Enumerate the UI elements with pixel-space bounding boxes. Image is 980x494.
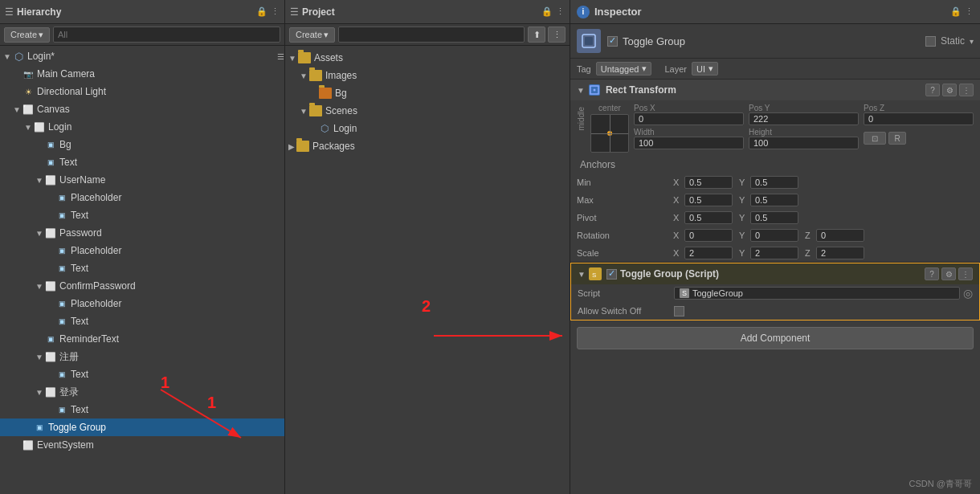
max-y-field[interactable]: 0.5: [750, 194, 798, 206]
script-target-icon[interactable]: ◎: [963, 287, 973, 300]
min-y-field[interactable]: 0.5: [750, 176, 798, 189]
hierarchy-item-text5[interactable]: ▣ Text: [0, 365, 284, 383]
project-create-button[interactable]: Create ▾: [289, 27, 335, 43]
hierarchy-item-toggle-group[interactable]: ▣ Toggle Group: [0, 418, 284, 436]
tg-help-btn[interactable]: ?: [925, 267, 939, 280]
hierarchy-create-button[interactable]: Create ▾: [4, 27, 50, 43]
rt-blueprint-btn[interactable]: ⊡: [864, 132, 886, 145]
hierarchy-item-main-camera[interactable]: 📷 Main Camera: [0, 65, 284, 83]
hierarchy-item-confirm-password[interactable]: ⬜ ConfirmPassword: [0, 277, 284, 295]
scene-login[interactable]: ▶ ⬡ Login: [285, 120, 570, 137]
tg-active-checkbox[interactable]: [606, 269, 617, 280]
project-more-icon[interactable]: ⋮: [556, 6, 565, 17]
static-checkbox[interactable]: [925, 36, 936, 47]
hierarchy-item-login[interactable]: ⬜ Login: [0, 118, 284, 136]
project-icon-btn-2[interactable]: ⋮: [548, 27, 566, 43]
pivot-values: X 0.5 Y 0.5: [673, 211, 974, 224]
more-icon[interactable]: ⋮: [271, 6, 280, 17]
rot-x-field[interactable]: 0: [684, 229, 733, 242]
inspector-lock-icon[interactable]: 🔒: [950, 6, 962, 17]
layer-dropdown[interactable]: UI ▾: [692, 62, 718, 76]
hierarchy-item-denglu[interactable]: ⬜ 登录: [0, 383, 284, 401]
triangle-denglu: [35, 388, 43, 396]
script-label: Script: [578, 288, 674, 298]
folder-images[interactable]: ▼ Images: [285, 67, 570, 84]
max-x-axis: X: [673, 195, 683, 205]
project-toolbar: Create ▾ ⬆ ⋮: [285, 24, 570, 46]
hierarchy-item-text6[interactable]: ▣ Text: [0, 401, 284, 418]
scale-x-field[interactable]: 2: [684, 247, 733, 259]
folder-scenes[interactable]: ▼ Scenes: [285, 102, 570, 120]
center-label: center: [598, 104, 621, 112]
hierarchy-item-login-root[interactable]: ⬡ Login* ☰: [0, 47, 284, 65]
max-x-field[interactable]: 0.5: [684, 194, 733, 206]
rt-help-btn[interactable]: ?: [925, 84, 940, 96]
scene-icon-login: ⬡: [13, 51, 24, 62]
toggle-group-script-header[interactable]: ▼ S Toggle Group (Script) ? ⚙ ⋮: [571, 263, 979, 284]
scale-z-field[interactable]: 2: [816, 247, 864, 259]
rot-z-axis: Z: [805, 231, 815, 240]
go-icon: [577, 29, 601, 53]
hierarchy-item-zhuce[interactable]: ⬜ 注册: [0, 348, 284, 365]
pivot-x-field[interactable]: 0.5: [684, 211, 733, 224]
hierarchy-item-dir-light[interactable]: ☀ Directional Light: [0, 83, 284, 100]
add-component-button[interactable]: Add Component: [577, 327, 974, 349]
pos-x-field[interactable]: 0: [634, 112, 744, 125]
script-value-field[interactable]: S ToggleGroup: [674, 287, 960, 300]
rot-y-field[interactable]: 0: [750, 229, 798, 242]
project-search-input[interactable]: [338, 27, 525, 43]
folder-label-scenes: Scenes: [325, 105, 357, 116]
hierarchy-item-text1[interactable]: ▣ Text: [0, 153, 284, 171]
go-active-checkbox[interactable]: [607, 36, 618, 47]
folder-packages[interactable]: ▶ Packages: [285, 137, 570, 155]
pos-y-field[interactable]: 222: [749, 112, 859, 125]
pos-z-field[interactable]: 0: [864, 112, 974, 125]
hierarchy-item-text2[interactable]: ▣ Text: [0, 206, 284, 224]
rt-fields: Pos X 0 Pos Y 222 Pos Z 0: [634, 104, 974, 153]
rt-main-row: middle center Pos X: [570, 100, 980, 156]
hierarchy-item-event-system[interactable]: ⬜ EventSystem: [0, 436, 284, 454]
hierarchy-item-placeholder2[interactable]: ▣ Placeholder: [0, 242, 284, 259]
max-y-axis: Y: [739, 195, 749, 205]
triangle-username: [35, 176, 43, 184]
tag-label: Tag: [577, 64, 591, 74]
hierarchy-item-placeholder3[interactable]: ▣ Placeholder: [0, 295, 284, 312]
pos-y-label: Pos Y: [749, 104, 859, 112]
rt-more-btn[interactable]: ⋮: [959, 84, 974, 96]
folder-assets[interactable]: ▼ Assets: [285, 49, 570, 67]
folder-icon-assets: [298, 52, 311, 63]
scale-y-field[interactable]: 2: [750, 247, 798, 259]
tg-settings-btn[interactable]: ⚙: [941, 267, 956, 280]
project-icon-btn-1[interactable]: ⬆: [528, 27, 545, 43]
min-x-field[interactable]: 0.5: [684, 176, 733, 189]
height-field[interactable]: 100: [749, 137, 859, 149]
allow-switch-checkbox[interactable]: [674, 306, 684, 316]
tg-more-btn[interactable]: ⋮: [958, 267, 973, 280]
hierarchy-item-reminder-text[interactable]: ▣ ReminderText: [0, 330, 284, 348]
hierarchy-item-bg[interactable]: ▣ Bg: [0, 136, 284, 153]
hierarchy-search-input[interactable]: [53, 27, 280, 43]
width-field[interactable]: 100: [634, 137, 744, 149]
static-dropdown-arrow[interactable]: ▾: [970, 37, 974, 46]
rt-settings-btn[interactable]: ⚙: [942, 84, 957, 96]
hierarchy-item-username[interactable]: ⬜ UserName: [0, 171, 284, 189]
hierarchy-item-canvas[interactable]: ⬜ Canvas: [0, 100, 284, 118]
pivot-y-axis: Y: [739, 213, 749, 223]
svg-point-4: [593, 89, 595, 92]
lock-icon[interactable]: 🔒: [256, 6, 267, 17]
anchors-max-row: Max X 0.5 Y 0.5: [570, 191, 980, 209]
tag-dropdown[interactable]: Untagged ▾: [596, 62, 652, 76]
rt-R-btn[interactable]: R: [888, 132, 906, 145]
hierarchy-item-password[interactable]: ⬜ Password: [0, 224, 284, 242]
static-area: Static ▾: [925, 35, 974, 47]
project-lock-icon[interactable]: 🔒: [541, 6, 553, 17]
rect-transform-header[interactable]: ▼ Rect Transform ? ⚙ ⋮: [570, 80, 980, 100]
hierarchy-item-placeholder1[interactable]: ▣ Placeholder: [0, 189, 284, 206]
min-label: Min: [577, 178, 673, 187]
inspector-more-icon[interactable]: ⋮: [965, 6, 974, 17]
rot-z-field[interactable]: 0: [816, 229, 864, 242]
pivot-y-field[interactable]: 0.5: [750, 211, 798, 224]
hierarchy-item-text3[interactable]: ▣ Text: [0, 259, 284, 277]
hierarchy-item-text4[interactable]: ▣ Text: [0, 312, 284, 330]
folder-bg[interactable]: ▶ Bg: [285, 84, 570, 102]
